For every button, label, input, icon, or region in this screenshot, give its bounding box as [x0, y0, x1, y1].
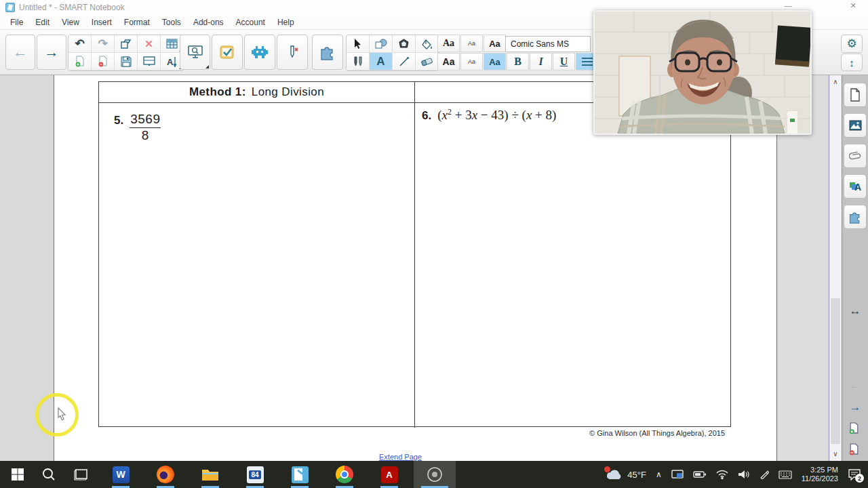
previous-page-button[interactable]: ← — [5, 35, 35, 70]
taskbar-firefox[interactable] — [151, 461, 180, 488]
menu-tools[interactable]: Tools — [156, 18, 187, 27]
pens-tool-button[interactable] — [347, 53, 370, 70]
menu-edit[interactable]: Edit — [29, 18, 56, 27]
menu-help[interactable]: Help — [271, 18, 300, 27]
clock-date: 11/26/2023 — [802, 474, 838, 483]
previous-page-side-button[interactable]: ← — [842, 379, 868, 392]
minimize-button[interactable]: — — [781, 1, 795, 9]
taskbar-chrome[interactable] — [330, 461, 359, 488]
gear-icon: ⚙ — [846, 37, 856, 51]
add-page-side-button[interactable] — [848, 422, 860, 437]
font-style-rounded-button[interactable]: Aa — [484, 35, 506, 52]
robot-icon — [251, 45, 269, 60]
next-page-side-button[interactable]: → — [842, 401, 868, 414]
delete-page-button[interactable] — [92, 53, 115, 70]
response-question-button[interactable] — [212, 35, 243, 70]
task-view-button[interactable] — [66, 461, 96, 488]
font-case-button[interactable]: Aa — [484, 53, 506, 70]
vertical-scrollbar[interactable]: ∧ ∨ — [829, 75, 842, 461]
copyright-text: © Gina Wilson (All Things Algebra), 2015 — [589, 429, 725, 437]
display-cast-icon[interactable] — [671, 470, 684, 480]
delete-button[interactable]: ✕ — [138, 35, 161, 53]
font-size-small-button[interactable]: Aa — [460, 53, 483, 70]
menu-format[interactable]: Format — [118, 18, 156, 27]
addons-button[interactable] — [312, 35, 343, 70]
auto-hide-toggle[interactable]: ↔ — [842, 304, 868, 318]
bold-button[interactable]: B — [507, 53, 529, 70]
taskbar-word[interactable]: W — [106, 461, 136, 488]
menu-addons[interactable]: Add-ons — [187, 18, 230, 27]
scrollbar-thumb[interactable] — [831, 298, 840, 444]
toolbar-move-button[interactable]: ↕ — [841, 54, 863, 71]
battery-icon[interactable] — [693, 470, 707, 479]
font-name-field[interactable]: Comic Sans MS — [505, 36, 591, 52]
scroll-down-arrow[interactable]: ∨ — [829, 449, 842, 460]
polygon-tool-button[interactable] — [393, 35, 416, 53]
fill-tool-button[interactable] — [416, 35, 439, 53]
wifi-icon[interactable] — [716, 470, 728, 479]
properties-tab[interactable]: A — [844, 174, 867, 199]
taskbar-explorer[interactable] — [195, 461, 225, 488]
eraser-tool-button[interactable] — [416, 53, 439, 70]
page-sorter-tab[interactable] — [844, 83, 867, 107]
menu-view[interactable]: View — [56, 18, 85, 27]
font-style-serif-button[interactable]: Aa — [437, 35, 460, 52]
settings-button[interactable]: ⚙ — [841, 35, 863, 53]
next-page-button[interactable]: → — [37, 35, 66, 70]
screen-capture-button[interactable] — [180, 35, 210, 70]
delete-x-icon: ✕ — [144, 38, 153, 50]
taskbar-smart-notebook[interactable] — [285, 461, 315, 488]
menu-account[interactable]: Account — [230, 18, 271, 27]
start-button[interactable] — [3, 461, 33, 488]
fill-bucket-icon — [421, 39, 433, 49]
pen-icon[interactable] — [760, 470, 769, 479]
clear-ink-button[interactable] — [277, 35, 308, 70]
line-icon — [399, 56, 410, 67]
webcam-video-overlay[interactable] — [593, 10, 812, 135]
taskbar-acrobat[interactable]: A — [374, 461, 404, 488]
font-style-small-button[interactable]: Aa — [460, 35, 483, 52]
attachments-tab[interactable] — [844, 144, 867, 168]
search-icon — [41, 467, 56, 482]
touch-keyboard-icon[interactable] — [778, 470, 792, 479]
text-tool-button[interactable]: A — [370, 53, 393, 70]
underline-button[interactable]: U — [553, 53, 575, 70]
weather-widget[interactable]: 45°F — [606, 468, 646, 481]
taskbar-clock[interactable]: 3:25 PM 11/26/2023 — [802, 466, 838, 483]
extend-page-link[interactable]: Extend Page — [379, 453, 422, 461]
menu-insert[interactable]: Insert — [85, 18, 118, 27]
italic-button[interactable]: I — [530, 53, 552, 70]
paste-button[interactable] — [115, 35, 138, 53]
notification-center-button[interactable]: 2 — [848, 468, 861, 481]
aa-small-label: Aa — [468, 40, 475, 47]
shapes-tool-button[interactable] — [370, 35, 393, 53]
scroll-up-arrow[interactable]: ∧ — [829, 77, 842, 87]
save-button[interactable] — [115, 53, 138, 70]
smart-notebook-icon — [292, 466, 309, 483]
screen-shade-button[interactable] — [138, 53, 161, 70]
taskbar-ti84[interactable]: 84 — [240, 461, 270, 488]
undo-button[interactable]: ↶ — [68, 35, 92, 53]
speaker-icon[interactable] — [738, 470, 750, 479]
menu-file[interactable]: File — [4, 18, 29, 27]
redo-button[interactable]: ↷ — [92, 35, 115, 53]
select-tool-button[interactable] — [347, 35, 370, 53]
line-tool-button[interactable] — [393, 53, 416, 70]
gallery-tab[interactable] — [844, 113, 867, 138]
problem-6-expression: (x2 + 3x − 43) ÷ (x + 8) — [437, 107, 556, 123]
table-icon — [166, 39, 178, 49]
addons-tab[interactable] — [844, 205, 867, 229]
add-page-button[interactable] — [68, 53, 92, 70]
tray-chevron-icon[interactable]: ∧ — [656, 470, 662, 479]
taskbar-recorder[interactable] — [414, 461, 456, 488]
pen-delete-icon — [285, 45, 300, 60]
font-size-large-button[interactable]: Aa — [437, 53, 460, 70]
save-icon — [121, 56, 132, 67]
acrobat-icon: A — [381, 466, 398, 483]
search-button[interactable] — [34, 461, 64, 488]
smart-response-button[interactable] — [244, 35, 275, 70]
clock-time: 3:25 PM — [802, 466, 838, 474]
close-button[interactable]: ✕ — [846, 1, 860, 10]
delete-page-side-button[interactable] — [848, 443, 860, 458]
aa-large-label: Aa — [443, 56, 455, 67]
